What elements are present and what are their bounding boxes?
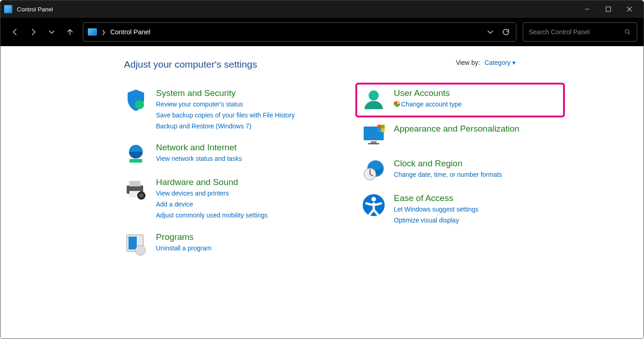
svg-rect-20 — [381, 128, 385, 132]
link-backup-restore[interactable]: Backup and Restore (Windows 7) — [156, 121, 295, 132]
svg-rect-18 — [381, 125, 385, 128]
svg-point-12 — [135, 245, 145, 255]
minimize-button[interactable] — [577, 0, 598, 18]
appearance-personalization-title[interactable]: Appearance and Personalization — [394, 124, 520, 134]
link-change-account-type[interactable]: Change account type — [394, 99, 462, 110]
link-optimize-visual[interactable]: Optimize visual display — [394, 215, 478, 226]
link-change-account-type-text: Change account type — [401, 101, 462, 108]
right-column: User Accounts Change account type Appear… — [362, 88, 558, 267]
window-title: Control Panel — [17, 6, 53, 13]
page-heading: Adjust your computer's settings — [124, 59, 625, 70]
close-button[interactable] — [619, 0, 640, 18]
clock-globe-icon[interactable] — [362, 159, 386, 182]
control-panel-breadcrumb-icon — [88, 28, 97, 36]
svg-rect-15 — [371, 141, 376, 143]
svg-rect-17 — [377, 125, 381, 128]
breadcrumb-chevron-icon[interactable]: ❯ — [102, 29, 106, 35]
maximize-button[interactable] — [598, 0, 619, 18]
link-network-status[interactable]: View network status and tasks — [156, 154, 242, 164]
clock-region-title[interactable]: Clock and Region — [394, 159, 502, 169]
programs-title[interactable]: Programs — [156, 232, 211, 242]
view-by-label: View by: — [456, 59, 480, 66]
view-by-value[interactable]: Category ▾ — [484, 59, 515, 66]
hardware-sound-title[interactable]: Hardware and Sound — [156, 177, 268, 187]
shield-security-icon[interactable] — [124, 88, 148, 112]
globe-network-icon[interactable] — [124, 143, 148, 166]
address-history-button[interactable] — [485, 24, 496, 40]
svg-point-24 — [371, 197, 376, 201]
svg-rect-6 — [129, 181, 140, 186]
printer-hardware-icon[interactable] — [124, 177, 148, 201]
svg-rect-0 — [606, 7, 611, 11]
network-internet-title[interactable]: Network and Internet — [156, 143, 242, 153]
search-icon — [624, 28, 631, 36]
category-system-security: System and Security Review your computer… — [124, 88, 321, 132]
link-review-status[interactable]: Review your computer's status — [156, 99, 295, 110]
category-programs: Programs Uninstall a program — [124, 232, 321, 256]
forward-button[interactable] — [25, 24, 42, 40]
link-add-device[interactable]: Add a device — [156, 199, 268, 210]
link-change-date-time[interactable]: Change date, time, or number formats — [394, 170, 502, 180]
content-area: Adjust your computer's settings View by:… — [0, 46, 644, 339]
search-box[interactable] — [523, 22, 637, 42]
svg-rect-19 — [377, 128, 381, 132]
breadcrumb-location[interactable]: Control Panel — [110, 28, 150, 36]
view-by-selector[interactable]: View by: Category ▾ — [456, 59, 515, 66]
address-bar[interactable]: ❯ Control Panel — [83, 22, 516, 42]
svg-rect-16 — [368, 143, 379, 144]
category-clock-region: Clock and Region Change date, time, or n… — [362, 159, 558, 182]
svg-point-9 — [139, 193, 144, 198]
svg-point-1 — [625, 30, 629, 33]
svg-rect-11 — [129, 237, 137, 249]
navigation-toolbar: ❯ Control Panel — [0, 18, 644, 46]
control-panel-app-icon — [4, 5, 12, 13]
titlebar: Control Panel — [0, 0, 644, 18]
search-input[interactable] — [529, 28, 619, 36]
back-button[interactable] — [7, 24, 23, 40]
link-file-history[interactable]: Save backup copies of your files with Fi… — [156, 110, 295, 121]
link-mobility-settings[interactable]: Adjust commonly used mobility settings — [156, 210, 268, 221]
category-appearance-personalization: Appearance and Personalization — [362, 124, 558, 148]
user-accounts-icon[interactable] — [362, 88, 386, 112]
refresh-button[interactable] — [500, 24, 511, 40]
left-column: System and Security Review your computer… — [124, 88, 321, 267]
programs-icon[interactable] — [124, 232, 148, 256]
up-button[interactable] — [62, 24, 78, 40]
svg-point-2 — [135, 100, 144, 109]
accessibility-icon[interactable] — [362, 193, 386, 217]
category-user-accounts: User Accounts Change account type — [355, 83, 565, 117]
link-suggest-settings[interactable]: Let Windows suggest settings — [394, 204, 478, 215]
link-devices-printers[interactable]: View devices and printers — [156, 188, 268, 199]
ease-of-access-title[interactable]: Ease of Access — [394, 193, 478, 203]
category-hardware-sound: Hardware and Sound View devices and prin… — [124, 177, 321, 221]
monitor-appearance-icon[interactable] — [362, 124, 386, 148]
uac-shield-icon — [394, 101, 400, 107]
user-accounts-title[interactable]: User Accounts — [394, 88, 462, 98]
recent-locations-button[interactable] — [43, 24, 60, 40]
system-security-title[interactable]: System and Security — [156, 88, 295, 98]
link-uninstall-program[interactable]: Uninstall a program — [156, 243, 211, 254]
category-ease-of-access: Ease of Access Let Windows suggest setti… — [362, 193, 558, 226]
svg-point-13 — [369, 90, 379, 101]
category-network-internet: Network and Internet View network status… — [124, 143, 321, 166]
svg-rect-4 — [129, 159, 142, 163]
